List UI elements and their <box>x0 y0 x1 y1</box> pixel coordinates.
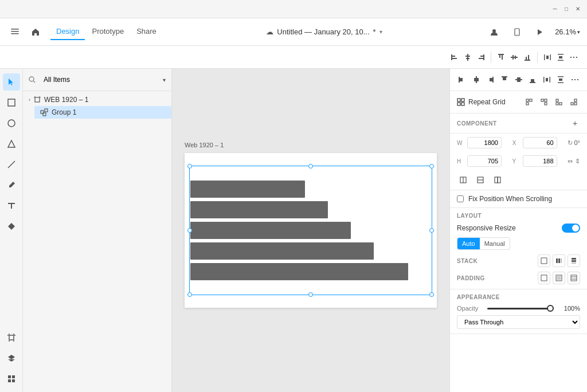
right-distribute-h[interactable] <box>541 73 552 86</box>
stack-vertical-button[interactable] <box>568 254 580 267</box>
home-icon[interactable] <box>28 24 44 40</box>
right-align-right[interactable] <box>485 73 496 86</box>
layers-search-input[interactable] <box>39 73 159 86</box>
line-tool[interactable] <box>3 156 20 173</box>
right-align-left[interactable] <box>457 73 468 86</box>
align-center-h-button[interactable] <box>464 50 472 65</box>
nav-share[interactable]: Share <box>131 23 162 40</box>
zoom-control[interactable]: 26.1% ▾ <box>555 28 580 36</box>
component-tool[interactable] <box>3 218 20 235</box>
repeat-grid-button[interactable]: Repeat Grid <box>457 98 506 106</box>
tree-item-group[interactable]: Group 1 <box>34 106 171 119</box>
right-more[interactable] <box>570 73 581 86</box>
opacity-knob[interactable] <box>547 305 554 312</box>
mobile-preview-icon[interactable] <box>509 24 525 40</box>
canvas-area[interactable]: Web 1920 – 1 <box>172 69 449 392</box>
svg-rect-90 <box>545 99 547 101</box>
fix-position-checkbox[interactable] <box>457 195 464 202</box>
handle-tl[interactable] <box>187 164 192 168</box>
repeat-grid-action-1[interactable] <box>523 96 535 108</box>
artboard-tool[interactable] <box>3 329 20 346</box>
rectangle-tool[interactable] <box>3 94 20 111</box>
distribute-v-button[interactable] <box>556 50 565 65</box>
manual-mode-button[interactable]: Manual <box>480 238 510 249</box>
svg-rect-87 <box>530 99 532 101</box>
add-component-button[interactable]: + <box>570 118 580 128</box>
flip-h-icon[interactable]: ⇔ <box>568 158 573 165</box>
right-distribute-v[interactable] <box>555 73 566 86</box>
text-tool[interactable] <box>3 197 20 214</box>
opacity-slider[interactable] <box>487 308 554 309</box>
user-icon[interactable] <box>486 24 502 40</box>
right-align-middle[interactable] <box>513 73 524 86</box>
maximize-button[interactable]: □ <box>562 5 571 14</box>
handle-tr[interactable] <box>429 164 434 168</box>
handle-bc[interactable] <box>308 292 313 297</box>
x-input[interactable] <box>523 137 557 148</box>
title-dropdown-arrow[interactable]: ▾ <box>379 29 382 35</box>
svg-rect-9 <box>452 58 457 59</box>
align-bottom-button[interactable] <box>523 50 531 65</box>
ellipse-tool[interactable] <box>3 115 20 132</box>
resize-icon-1[interactable] <box>457 174 469 186</box>
svg-rect-113 <box>557 276 561 280</box>
right-align-bottom[interactable] <box>527 73 538 86</box>
padding-individual-button[interactable] <box>568 272 580 284</box>
tree-item-artboard[interactable]: ‹ WEB 1920 – 1 <box>23 93 171 106</box>
responsive-resize-toggle[interactable] <box>562 224 580 233</box>
select-tool[interactable] <box>3 73 20 91</box>
nav-design[interactable]: Design <box>50 23 85 40</box>
y-input[interactable] <box>523 155 557 167</box>
svg-rect-86 <box>526 99 529 101</box>
tools-panel <box>0 69 23 392</box>
flip-v-icon[interactable]: ⇕ <box>575 158 580 165</box>
more-options-button[interactable] <box>569 50 578 65</box>
artboard[interactable] <box>185 153 437 308</box>
search-dropdown-arrow[interactable]: ▾ <box>163 77 166 83</box>
assets-tool[interactable] <box>3 370 20 387</box>
right-align-center[interactable] <box>471 73 482 86</box>
padding-none-button[interactable] <box>538 272 550 284</box>
align-left-button[interactable] <box>451 50 459 65</box>
close-button[interactable]: ✕ <box>573 5 582 14</box>
handle-tc[interactable] <box>308 164 313 168</box>
group-icon <box>40 108 48 116</box>
header-nav: Design Prototype Share <box>50 23 162 40</box>
triangle-tool[interactable] <box>3 135 20 152</box>
resize-icon-3[interactable] <box>491 174 504 186</box>
svg-rect-105 <box>556 258 558 263</box>
stack-none-button[interactable] <box>538 254 550 267</box>
blend-mode-select[interactable]: Pass Through Normal Darken Multiply Ligh… <box>457 315 580 329</box>
menu-icon[interactable] <box>7 24 23 40</box>
svg-rect-103 <box>498 177 500 183</box>
stack-horizontal-button[interactable] <box>553 254 565 267</box>
width-input[interactable] <box>467 137 502 148</box>
handle-bl[interactable] <box>187 292 192 297</box>
repeat-grid-action-3[interactable] <box>553 96 565 108</box>
svg-marker-34 <box>9 79 13 85</box>
width-input-group: W <box>457 137 508 148</box>
zoom-arrow-icon: ▾ <box>577 29 580 35</box>
play-icon[interactable] <box>532 24 548 40</box>
layers-tool[interactable] <box>3 350 20 367</box>
right-align-top[interactable] <box>499 73 510 86</box>
height-input[interactable] <box>467 155 502 167</box>
minimize-button[interactable]: ─ <box>550 5 559 14</box>
repeat-grid-action-4[interactable] <box>568 96 580 108</box>
svg-rect-15 <box>479 58 483 59</box>
align-top-button[interactable] <box>497 50 506 65</box>
align-center-v-button[interactable] <box>510 50 519 65</box>
repeat-grid-action-2[interactable] <box>538 96 550 108</box>
padding-all-button[interactable] <box>553 272 565 284</box>
pen-tool[interactable] <box>3 177 20 194</box>
x-label: X <box>512 140 521 146</box>
svg-rect-81 <box>577 79 578 80</box>
align-right-button[interactable] <box>477 50 486 65</box>
svg-rect-8 <box>452 56 455 57</box>
auto-mode-button[interactable]: Auto <box>457 238 480 249</box>
handle-br[interactable] <box>429 292 434 297</box>
tree-sub: Group 1 <box>23 106 171 119</box>
resize-icon-2[interactable] <box>474 174 487 186</box>
distribute-h-button[interactable] <box>543 50 552 65</box>
nav-prototype[interactable]: Prototype <box>86 23 130 40</box>
